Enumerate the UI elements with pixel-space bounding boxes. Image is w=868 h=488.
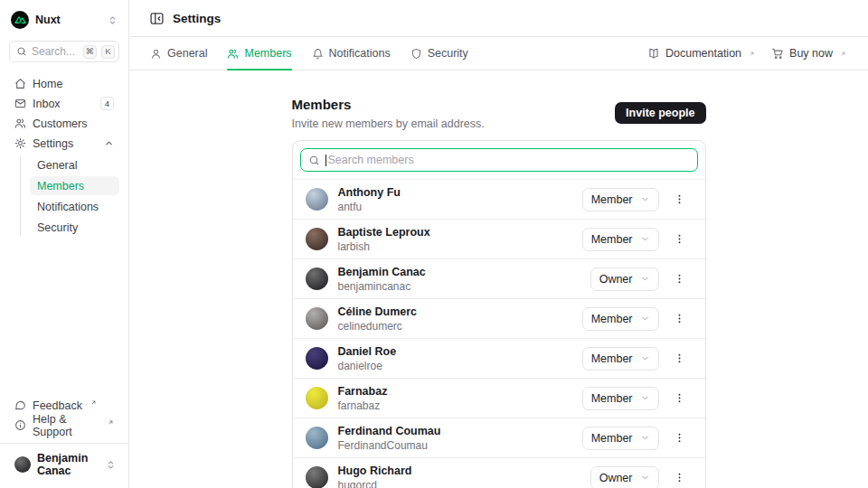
gear-icon	[14, 137, 26, 149]
sub-item-label: Security	[37, 221, 78, 234]
member-avatar	[306, 228, 328, 250]
workspace-name: Nuxt	[35, 14, 61, 26]
member-role-select[interactable]: Member	[582, 188, 659, 211]
page-title: Settings	[173, 12, 221, 25]
member-name: Daniel Roe	[338, 345, 397, 358]
section-title: Members	[292, 97, 485, 112]
role-value: Member	[591, 432, 633, 445]
tab-notifications[interactable]: Notifications	[312, 37, 391, 70]
invite-people-button[interactable]: Invite people	[615, 102, 705, 124]
cart-icon	[771, 47, 784, 60]
member-actions-button[interactable]	[671, 430, 688, 446]
sidebar-item-security[interactable]: Security	[30, 218, 119, 237]
member-role-select[interactable]: Member	[582, 228, 659, 251]
member-actions-button[interactable]	[671, 271, 688, 286]
member-row: Céline Dumerccelinedumerc Member	[293, 298, 705, 338]
member-username: farnabaz	[338, 399, 388, 412]
tab-members[interactable]: Members	[227, 37, 291, 70]
member-actions-button[interactable]	[671, 192, 688, 207]
member-actions-button[interactable]	[671, 311, 688, 326]
sidebar-item-customers[interactable]: Customers	[9, 114, 119, 133]
chevron-down-icon	[640, 393, 650, 403]
member-role-select[interactable]: Member	[582, 307, 659, 331]
sidebar-footer: Feedback Help & Support Benjamin Canac	[9, 396, 119, 479]
member-role-select[interactable]: Member	[582, 387, 659, 410]
member-actions-button[interactable]	[671, 470, 688, 485]
member-actions-button[interactable]	[671, 351, 688, 366]
member-name: Benjamin Canac	[338, 266, 426, 278]
member-avatar	[306, 188, 328, 211]
chevron-down-icon	[640, 274, 650, 284]
member-name: Céline Dumerc	[338, 305, 418, 318]
bell-icon	[312, 48, 324, 60]
member-row: Baptiste Leprouxlarbish Member	[293, 219, 705, 258]
sidebar-item-label: Inbox	[33, 98, 61, 110]
tab-bar: General Members Notifications Security D…	[129, 37, 868, 70]
role-value: Member	[591, 193, 633, 206]
chevron-up-down-icon	[106, 460, 116, 470]
text-cursor	[326, 155, 326, 166]
help-support-link[interactable]: Help & Support	[9, 416, 119, 435]
tab-label: Security	[428, 47, 468, 60]
members-panel: Search members Anthony Fuantfu Member Ba…	[292, 140, 706, 488]
buy-now-link[interactable]: Buy now	[771, 47, 846, 60]
kebab-menu-icon	[674, 193, 685, 205]
role-value: Member	[591, 313, 633, 325]
external-link-icon	[840, 51, 846, 57]
members-section-header: Members Invite new members by email addr…	[292, 97, 706, 130]
collapse-sidebar-button[interactable]	[149, 11, 165, 26]
tab-label: Notifications	[329, 47, 391, 60]
inbox-count-badge: 4	[100, 97, 114, 110]
role-value: Member	[591, 352, 633, 365]
sidebar: Nuxt Search... ⌘ K Home Inbox 4 Cust	[0, 0, 129, 488]
sidebar-item-inbox[interactable]: Inbox 4	[9, 94, 119, 113]
search-icon	[308, 155, 320, 166]
documentation-link[interactable]: Documentation	[647, 47, 755, 60]
member-name: Anthony Fu	[338, 186, 401, 199]
sidebar-item-notifications[interactable]: Notifications	[30, 197, 119, 216]
member-role-select[interactable]: Owner	[590, 466, 659, 488]
tab-security[interactable]: Security	[410, 37, 468, 70]
member-username: antfu	[338, 201, 401, 213]
sub-item-label: General	[37, 159, 77, 172]
sidebar-item-members[interactable]: Members	[30, 176, 119, 195]
kebab-menu-icon	[674, 233, 685, 245]
users-icon	[14, 117, 26, 129]
chevron-up-icon	[104, 138, 114, 148]
member-avatar	[306, 466, 328, 488]
member-role-select[interactable]: Member	[582, 427, 659, 450]
member-name: Baptiste Leproux	[338, 226, 430, 239]
sidebar-search-input[interactable]: Search... ⌘ K	[9, 41, 119, 62]
nuxt-logo-icon	[11, 11, 29, 29]
member-actions-button[interactable]	[671, 231, 688, 247]
member-row: Ferdinand CoumauFerdinandCoumau Member	[293, 418, 705, 457]
sidebar-item-settings[interactable]: Settings	[9, 134, 119, 153]
member-row: Benjamin Canacbenjamincanac Owner	[293, 258, 705, 298]
user-menu[interactable]: Benjamin Canac	[9, 445, 119, 479]
search-placeholder: Search...	[32, 45, 79, 58]
sidebar-nav: Home Inbox 4 Customers Settings General	[9, 74, 119, 238]
member-role-select[interactable]: Owner	[590, 267, 659, 291]
chevron-down-icon	[640, 234, 650, 244]
main-area: Settings General Members Notifications S…	[129, 0, 868, 488]
kebab-menu-icon	[674, 273, 685, 285]
users-icon	[227, 48, 239, 60]
chevron-down-icon	[640, 194, 650, 204]
tab-label: Members	[244, 47, 291, 60]
members-search-input[interactable]: Search members	[300, 148, 698, 172]
member-name: Farnabaz	[338, 385, 388, 398]
workspace-switcher[interactable]: Nuxt	[11, 10, 118, 30]
tab-general[interactable]: General	[150, 37, 207, 70]
sidebar-item-home[interactable]: Home	[9, 74, 119, 93]
member-name: Ferdinand Coumau	[338, 425, 441, 437]
member-role-select[interactable]: Member	[582, 347, 659, 371]
member-row: Anthony Fuantfu Member	[293, 179, 705, 219]
kbd-meta: ⌘	[83, 45, 98, 59]
user-icon	[150, 48, 162, 60]
member-avatar	[306, 427, 328, 449]
member-actions-button[interactable]	[671, 390, 688, 406]
sidebar-item-general[interactable]: General	[30, 155, 119, 174]
app-root: Nuxt Search... ⌘ K Home Inbox 4 Cust	[0, 0, 868, 488]
role-value: Member	[591, 392, 633, 405]
book-open-icon	[647, 47, 660, 60]
